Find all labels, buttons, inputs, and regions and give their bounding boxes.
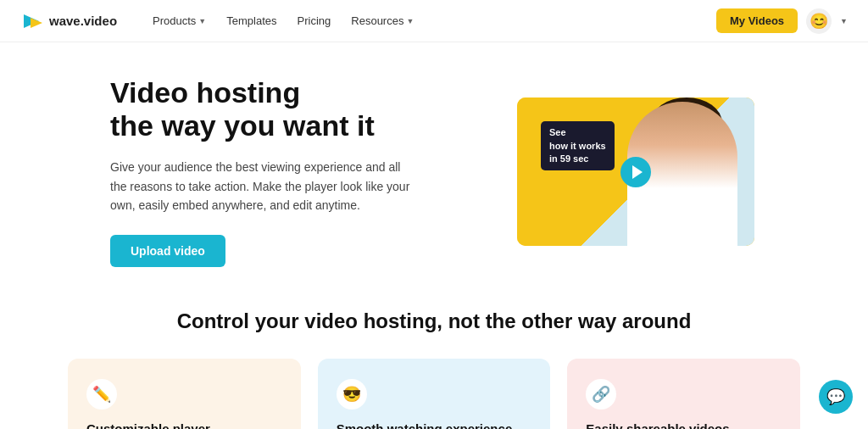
feature-card-1: 😎 Smooth watching experience Define how … bbox=[318, 359, 551, 429]
video-label: See how it works in 59 sec bbox=[541, 121, 615, 170]
nav-links: Products ▼ Templates Pricing Resources ▼ bbox=[144, 9, 716, 32]
chevron-down-icon: ▼ bbox=[198, 17, 206, 25]
card-icon-2: 🔗 bbox=[586, 379, 616, 410]
my-videos-button[interactable]: My Videos bbox=[716, 8, 798, 33]
feature-card-0: ✏️ Customizable player Upload your video… bbox=[68, 359, 301, 429]
nav-item-products[interactable]: Products ▼ bbox=[144, 9, 214, 32]
hero-video-thumbnail: See how it works in 59 sec bbox=[517, 98, 754, 246]
upload-video-button[interactable]: Upload video bbox=[110, 235, 225, 267]
play-icon bbox=[632, 165, 643, 179]
play-button[interactable] bbox=[620, 157, 651, 187]
avatar-dropdown-icon: ▼ bbox=[840, 17, 848, 25]
card-title-0: Customizable player bbox=[86, 421, 282, 429]
logo[interactable]: wave.video bbox=[20, 9, 117, 33]
nav-item-pricing[interactable]: Pricing bbox=[289, 9, 340, 32]
chat-bubble-button[interactable]: 💬 bbox=[819, 380, 853, 414]
card-icon-1: 😎 bbox=[337, 379, 367, 410]
brand-name: wave.video bbox=[49, 14, 117, 28]
avatar-button[interactable]: 😊 bbox=[806, 8, 832, 34]
chevron-down-icon: ▼ bbox=[406, 17, 414, 25]
chat-icon: 💬 bbox=[826, 387, 845, 406]
nav-item-resources[interactable]: Resources ▼ bbox=[342, 9, 422, 32]
section-title: Control your video hosting, not the othe… bbox=[17, 309, 851, 333]
wave-logo-icon bbox=[20, 9, 44, 33]
section-title-area: Control your video hosting, not the othe… bbox=[0, 292, 868, 342]
card-icon-0: ✏️ bbox=[86, 379, 117, 410]
svg-marker-1 bbox=[31, 18, 42, 28]
feature-card-2: 🔗 Easily shareable videos Embed your vid… bbox=[567, 359, 800, 429]
hero-section: Video hosting the way you want it Give y… bbox=[0, 42, 868, 292]
hero-description: Give your audience the best viewing expe… bbox=[110, 158, 415, 214]
hero-text-block: Video hosting the way you want it Give y… bbox=[110, 76, 466, 267]
card-title-2: Easily shareable videos bbox=[586, 421, 782, 429]
feature-cards: ✏️ Customizable player Upload your video… bbox=[0, 342, 868, 429]
nav-right: My Videos 😊 ▼ bbox=[716, 8, 848, 34]
hero-title: Video hosting the way you want it bbox=[110, 76, 466, 142]
nav-item-templates[interactable]: Templates bbox=[218, 9, 285, 32]
card-title-1: Smooth watching experience bbox=[337, 421, 532, 429]
navbar: wave.video Products ▼ Templates Pricing … bbox=[0, 0, 868, 42]
